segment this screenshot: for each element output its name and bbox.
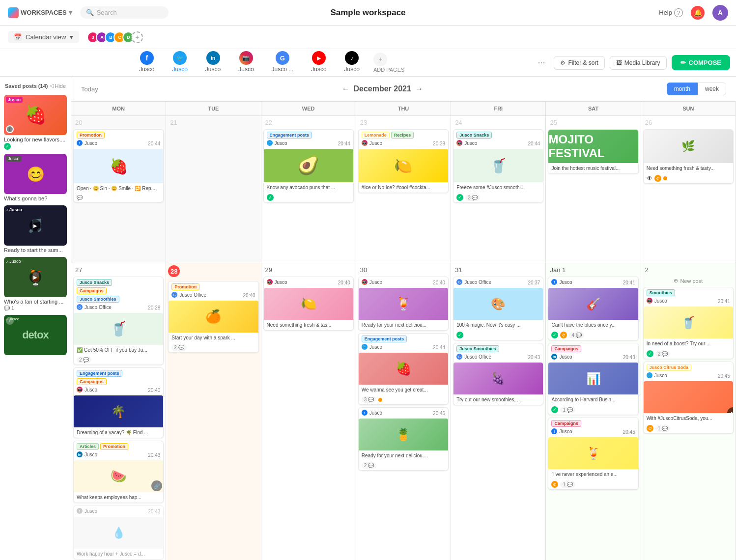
sidebar-item-3[interactable]: 🎵 ▶ ♪ Jusco Ready to start the sum...: [4, 205, 67, 253]
card-29-ig[interactable]: 📷 Jusco 20:40 🍋 Need something fresh & t…: [263, 277, 354, 331]
card-jan1-3[interactable]: Campaigns f Jusco 20:45 🍹: [548, 418, 638, 490]
img-30-3-emoji: 🍍: [396, 428, 411, 442]
card-jusco-snacks-fri[interactable]: Jusco Snacks 📷 Jusco 20:44 🥤: [453, 129, 543, 203]
month-view-button[interactable]: month: [667, 83, 698, 95]
time-27: 20:28: [148, 305, 160, 310]
card-promo-28[interactable]: Promotion G Jusco Office 20:40 🍊: [168, 281, 258, 353]
user-avatar[interactable]: A: [712, 5, 728, 21]
hide-sidebar-button[interactable]: ◁ Hide: [50, 83, 66, 89]
tab-linkedin[interactable]: in Jusco: [197, 47, 229, 78]
new-post-button[interactable]: ⊕ New post: [643, 278, 734, 284]
sidebar-item-2[interactable]: 😊 Jusco What's gonna be?: [4, 154, 67, 201]
thumb-5: detox + ♪ Jusco: [4, 315, 67, 355]
tab-tiktok[interactable]: ♪ Jusco: [336, 47, 368, 78]
day-27-num: 27: [73, 265, 164, 275]
ig-fri-icon: 📷: [456, 140, 462, 146]
img-30-2-emoji: 🍓: [396, 361, 411, 376]
sidebar-item-1[interactable]: 🍓 Jusco + Looking for new flavors.... ✓: [4, 95, 67, 150]
img-31-1: 🎨: [453, 288, 543, 320]
text-citrus-2: With #JuscoCitrusSoda, you...: [647, 415, 730, 421]
calendar-view-selector[interactable]: 📅 Calendar view ▾: [8, 31, 79, 43]
card-lemonade[interactable]: Lemonade Recipes 📷 Jusco 20:38 🍋: [358, 129, 449, 193]
time-30-1: 20:40: [433, 280, 445, 285]
tag-snacks-27: Jusco Snacks: [77, 279, 112, 286]
gg-27-icon: G: [77, 304, 83, 310]
compose-button[interactable]: ✏ COMPOSE: [672, 55, 730, 70]
card-account-jan1-1: f Jusco: [551, 279, 572, 285]
account-27c: Jusco: [85, 452, 97, 457]
day-31-num: 31: [453, 265, 543, 275]
next-month-button[interactable]: →: [415, 84, 423, 93]
calendar-view-chevron[interactable]: ▾: [70, 33, 73, 41]
tab-instagram[interactable]: 📷 Jusco: [229, 47, 262, 78]
comment-count-4: 1: [11, 306, 14, 311]
card-grey-27[interactable]: f Jusco 20:43 💧 Work happy hour + Jusco …: [73, 505, 164, 560]
header-sun: SUN: [641, 102, 736, 116]
tab-facebook[interactable]: f Jusco: [130, 47, 163, 78]
filter-sort-button[interactable]: ⚙ Filter & sort: [554, 56, 604, 70]
need-fresh-emoji: 🌿: [681, 140, 695, 153]
card-campaigns-27[interactable]: Jusco Snacks Campaigns Jusco Smoothies G…: [73, 277, 164, 365]
card-engagement-wed[interactable]: Engagement posts 🐦 Jusco 20:44 🥑: [263, 129, 354, 203]
add-team-member[interactable]: +: [131, 31, 143, 43]
card-citrus-2[interactable]: Jusco Citrus Soda 🐦 Jusco 20:45 ▶: [643, 362, 734, 434]
sidebar-item-5[interactable]: detox + ♪ Jusco: [4, 315, 67, 355]
add-page-button[interactable]: + ADD PAGES: [368, 49, 409, 77]
card-account-2: 📷 Jusco: [647, 298, 667, 304]
card-need-fresh-sun[interactable]: 🌿 Need something fresh & tasty... 👁 ⏱: [643, 129, 734, 184]
card-account-30-3: f Jusco: [362, 410, 382, 416]
card-engagement-27[interactable]: Engagement posts Campaigns 📷 Jusco 20:40: [73, 367, 164, 438]
card-header-fri: 📷 Jusco 20:44: [456, 140, 540, 147]
comment-citrus: 1 💬: [655, 425, 670, 432]
week-view-button[interactable]: week: [698, 83, 726, 95]
top-navigation: WORKSPACES ▾ 🔍 Search Sample workspace H…: [0, 0, 736, 26]
yt-icon: ▶: [312, 51, 326, 65]
card-promotion-mon[interactable]: Promotion f Jusco 20:44 🍓: [73, 129, 164, 202]
card-30-2[interactable]: Engagement posts 🐦 Jusco 20:44 🍓: [358, 333, 449, 405]
card-31-1[interactable]: G Jusco Office 20:37 🎨 100% magic. Now i…: [453, 277, 543, 340]
tab-youtube[interactable]: ▶ Jusco: [302, 47, 335, 78]
help-button[interactable]: Help ?: [659, 8, 683, 17]
prev-month-button[interactable]: ←: [341, 84, 349, 93]
tag-campaigns-jan1: Campaigns: [551, 345, 581, 352]
social-nav: f Jusco 🐦 Jusco in Jusco 📷 Jusco G Jusco…: [0, 49, 736, 77]
card-30-1[interactable]: 📷 Jusco 20:40 🍹 Ready for your next deli…: [358, 277, 449, 331]
search-bar[interactable]: 🔍 Search: [80, 6, 169, 19]
card-30-3[interactable]: f Jusco 20:46 🍍 Ready for your next deli…: [358, 407, 449, 471]
img-jan1-2: 📊: [548, 363, 638, 394]
workspaces-label[interactable]: WORKSPACES: [21, 9, 67, 16]
day-mon-22: 20 Promotion f Jusco 20:44: [71, 116, 166, 263]
ig-account-icon: 📷: [362, 140, 368, 146]
img-27c-emoji: 🍉: [111, 469, 126, 484]
week-row-2: 27 Jusco Snacks Campaigns Jusco Smoothie…: [71, 263, 736, 560]
card-li-27[interactable]: Articles Promotion in Jusco 20:43: [73, 441, 164, 503]
card-jan1-2[interactable]: Campaigns in Jusco 20:43 📊: [548, 343, 638, 415]
sidebar-item-4[interactable]: 🍹 ▶ ♪ Jusco Who's a fan of starting ... …: [4, 257, 67, 311]
text-2: In need of a boost? Try our ...: [647, 340, 730, 347]
check-1: ✓: [4, 143, 11, 150]
comment-jan1-3: 1 💬: [560, 481, 575, 488]
img-30-3: 🍍: [359, 419, 448, 450]
header-fri: FRI: [451, 102, 546, 116]
media-icon: 🖼: [616, 59, 622, 66]
logo[interactable]: WORKSPACES ▾: [8, 7, 72, 18]
card-text-sun: Need something fresh & tasty...: [647, 165, 730, 171]
card-31-2[interactable]: Jusco Smoothies G Jusco Office 20:43 🍇: [453, 343, 543, 405]
card-account-27d: f Jusco: [77, 508, 97, 514]
media-library-button[interactable]: 🖼 Media Library: [610, 56, 667, 70]
social-tabs: f Jusco 🐦 Jusco in Jusco 📷 Jusco G Jusco…: [6, 47, 534, 78]
today-label: Today: [81, 85, 98, 93]
card-jan1-1[interactable]: f Jusco 20:41 🎸 Can't have the blues onc…: [548, 277, 638, 340]
tw-30-2-icon: 🐦: [362, 344, 368, 350]
card-account-jan1-3: f Jusco: [551, 428, 572, 434]
notification-button[interactable]: 🔔: [691, 6, 705, 20]
card-mojito[interactable]: MOJITO FESTIVAL Join the hottest music f…: [548, 129, 638, 174]
day-jan2: 2 ⊕ New post Smoothies 📷 Jusco: [641, 263, 736, 560]
card-smoothies-2[interactable]: Smoothies 📷 Jusco 20:41 🥤: [643, 287, 734, 359]
comment-jan1-1: 4 💬: [569, 332, 584, 338]
tab-twitter[interactable]: 🐦 Jusco: [163, 47, 196, 78]
mojito-label: MOJITO FESTIVAL: [548, 133, 638, 160]
tab-google[interactable]: G Jusco ...: [263, 47, 303, 78]
workspaces-chevron[interactable]: ▾: [69, 9, 72, 16]
more-options-button[interactable]: ···: [534, 56, 549, 70]
